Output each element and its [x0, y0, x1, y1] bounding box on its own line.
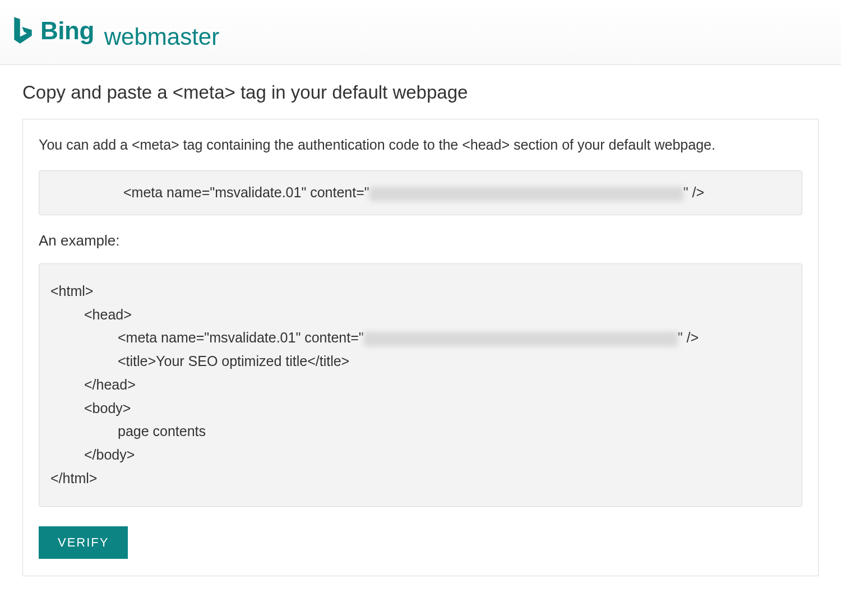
example-line: <html>: [50, 280, 791, 303]
example-meta-prefix: <meta name="msvalidate.01" content=": [118, 328, 364, 348]
example-meta-suffix: " />: [678, 328, 699, 348]
example-line-meta: <meta name="msvalidate.01" content=" " /…: [50, 326, 791, 350]
meta-tag-line: <meta name="msvalidate.01" content=" " /…: [56, 183, 785, 202]
intro-text: You can add a <meta> tag containing the …: [39, 135, 802, 155]
example-line: </head>: [50, 373, 791, 397]
brand-logo[interactable]: Bing: [11, 17, 94, 45]
product-name: webmaster: [104, 24, 219, 50]
example-line: </html>: [50, 467, 791, 490]
example-label: An example:: [39, 232, 802, 249]
meta-tag-code-box[interactable]: <meta name="msvalidate.01" content=" " /…: [39, 170, 802, 215]
verification-panel: You can add a <meta> tag containing the …: [22, 119, 819, 576]
example-line: <head>: [50, 303, 791, 327]
example-line: <title>Your SEO optimized title</title>: [50, 350, 791, 373]
meta-suffix: " />: [683, 183, 704, 202]
example-line: </body>: [50, 443, 791, 467]
meta-prefix: <meta name="msvalidate.01" content=": [123, 183, 369, 202]
bing-icon: [11, 17, 35, 45]
redacted-auth-code: [364, 332, 678, 346]
example-code-box[interactable]: <html> <head> <meta name="msvalidate.01"…: [39, 263, 802, 507]
redacted-auth-code: [369, 187, 683, 201]
verify-button[interactable]: VERIFY: [39, 526, 128, 559]
content-area: Copy and paste a <meta> tag in your defa…: [0, 65, 841, 587]
brand-name: Bing: [40, 17, 94, 45]
example-line: page contents: [50, 420, 791, 443]
header: Bing webmaster: [0, 0, 841, 65]
example-line: <body>: [50, 397, 791, 420]
page-heading: Copy and paste a <meta> tag in your defa…: [22, 82, 819, 103]
